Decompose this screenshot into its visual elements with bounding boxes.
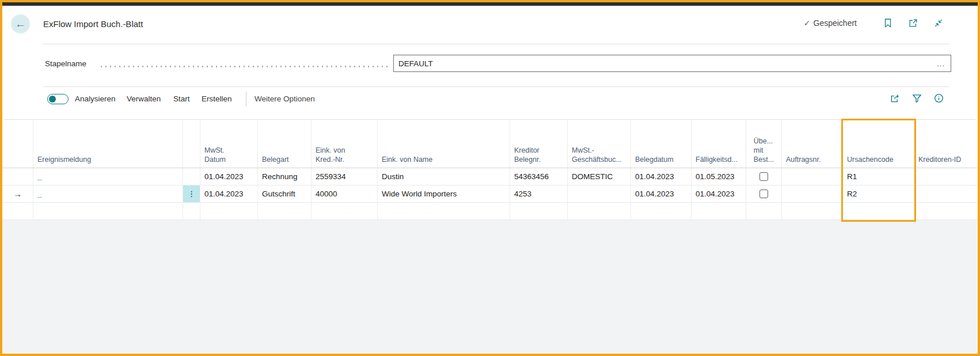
cell-ueb-mit-best [746, 185, 782, 202]
header-eink-von-name[interactable]: Eink. von Name [378, 120, 510, 168]
dotted-leader [99, 66, 389, 67]
cell-mwst-datum[interactable] [200, 203, 258, 219]
bookmark-icon[interactable] [882, 17, 894, 29]
cell-kreditor-belegnr[interactable]: 4253 [510, 185, 568, 202]
browser-top-strip [2, 2, 978, 6]
header-row-menu [183, 120, 200, 168]
header-ereignismeldung[interactable]: Ereignismeldung [33, 120, 183, 168]
row-selector-cell[interactable] [2, 203, 33, 219]
cell-mwst-geschaeftsbuc[interactable] [568, 185, 631, 202]
header-mwst-datum[interactable]: MwSt. Datum [200, 120, 258, 168]
check-icon: ✓ [804, 18, 811, 28]
toolbar-item-more-options[interactable]: Weitere Optionen [255, 94, 315, 103]
table-header-row: Ereignismeldung MwSt. Datum Belegart Ein… [2, 120, 978, 168]
header-ueb-mit-best[interactable]: Übe... mit Best... [746, 120, 782, 168]
header-kreditor-belegnr[interactable]: Kreditor Belegnr. [510, 120, 568, 168]
saved-status: ✓ Gespeichert [804, 18, 857, 28]
header-divider [43, 44, 949, 44]
header-belegdatum[interactable]: Belegdatum [631, 120, 692, 168]
toolbar-separator [246, 92, 246, 107]
analyze-toggle[interactable] [47, 94, 69, 104]
header-faelligkeitsd[interactable]: Fälligkeitsd... [692, 120, 746, 168]
cell-eink-von-name[interactable] [378, 203, 510, 219]
share-icon[interactable] [889, 92, 901, 104]
row-selector-cell[interactable] [2, 168, 33, 185]
filter-icon[interactable] [911, 92, 922, 104]
table-row-empty [2, 203, 978, 220]
cell-belegdatum[interactable]: 01.04.2023 [631, 185, 692, 202]
toolbar-divider [43, 86, 949, 87]
batch-name-value: DEFAULT [398, 59, 937, 68]
cell-belegdatum[interactable]: 01.04.2023 [631, 168, 692, 185]
cell-ueb-mit-best [746, 168, 782, 185]
current-row-pointer-icon: → [13, 189, 22, 199]
lookup-ellipsis-button[interactable]: ... [937, 59, 945, 68]
cell-ursachencode[interactable] [843, 203, 914, 219]
event-message-link[interactable]: _ [37, 190, 42, 198]
cell-eink-von-kred-nr[interactable] [312, 203, 378, 219]
row-context-menu-button[interactable]: ⋮ [183, 185, 200, 202]
cell-kreditor-belegnr[interactable] [510, 203, 568, 219]
row-selector-cell[interactable]: → [2, 185, 33, 202]
cell-ereignismeldung[interactable]: _ [33, 168, 183, 185]
ueb-mit-best-checkbox[interactable] [759, 172, 768, 181]
cell-eink-von-kred-nr[interactable]: 2559334 [312, 168, 378, 185]
toolbar-item-erstellen[interactable]: Erstellen [202, 94, 232, 103]
toolbar-item-analysieren[interactable]: Analysieren [75, 94, 116, 103]
cell-belegart[interactable]: Rechnung [258, 168, 312, 185]
table-row: _ 01.04.2023 Rechnung 2559334 Dustin 543… [2, 168, 978, 185]
cell-mwst-datum[interactable]: 01.04.2023 [200, 185, 258, 202]
toggle-knob [49, 96, 56, 103]
table-row-selected: → _ ⋮ 01.04.2023 Gutschrift 40000 Wide W… [2, 185, 978, 203]
cell-mwst-geschaeftsbuc[interactable] [568, 203, 631, 219]
cell-mwst-datum[interactable]: 01.04.2023 [200, 168, 258, 185]
ueb-mit-best-checkbox[interactable] [759, 190, 768, 198]
cell-ursachencode[interactable]: R1 [843, 168, 914, 185]
saved-label: Gespeichert [814, 18, 857, 28]
header-mwst-geschaeftsbuc[interactable]: MwSt.- Geschäftsbuc... [568, 120, 631, 168]
open-in-new-window-icon[interactable] [907, 17, 919, 29]
header-actions: ✓ Gespeichert [804, 17, 944, 29]
header-auftragsnr[interactable]: Auftragsnr. [782, 120, 843, 168]
page-title: ExFlow Import Buch.-Blatt [43, 19, 143, 29]
event-message-link[interactable]: _ [37, 172, 42, 181]
info-icon[interactable] [933, 92, 944, 104]
cell-belegart[interactable] [258, 203, 312, 219]
journal-table: Ereignismeldung MwSt. Datum Belegart Ein… [2, 120, 978, 220]
cell-ueb-mit-best[interactable] [746, 203, 782, 219]
header-kreditoren-id[interactable]: Kreditoren-ID [914, 120, 975, 168]
cell-ereignismeldung[interactable]: _ [33, 185, 183, 202]
row-menu-cell[interactable] [183, 168, 200, 185]
cell-faelligkeitsd[interactable] [692, 203, 746, 219]
cell-eink-von-name[interactable]: Wide World Importers [378, 185, 510, 202]
table-action-icons [889, 92, 944, 104]
cell-belegdatum[interactable] [631, 203, 692, 219]
toolbar-item-verwalten[interactable]: Verwalten [127, 94, 161, 103]
cell-auftragsnr[interactable] [782, 185, 843, 202]
cell-ereignismeldung[interactable] [33, 203, 183, 219]
header-belegart[interactable]: Belegart [258, 120, 312, 168]
cell-kreditoren-id[interactable] [914, 168, 975, 185]
cell-auftragsnr[interactable] [782, 168, 843, 185]
row-menu-cell[interactable] [183, 203, 200, 219]
cell-faelligkeitsd[interactable]: 01.04.2023 [692, 185, 746, 202]
header-row-selector [2, 120, 33, 168]
header-eink-von-kred-nr[interactable]: Eink. von Kred.-Nr. [312, 120, 378, 168]
collapse-icon[interactable] [933, 17, 944, 29]
cell-kreditor-belegnr[interactable]: 54363456 [510, 168, 568, 185]
vertical-dots-icon: ⋮ [188, 190, 195, 198]
batch-name-input[interactable]: DEFAULT ... [393, 55, 951, 72]
cell-kreditoren-id[interactable] [914, 203, 975, 219]
cell-kreditoren-id[interactable] [914, 185, 975, 202]
cell-belegart[interactable]: Gutschrift [258, 185, 312, 202]
cell-ursachencode[interactable]: R2 [843, 185, 914, 202]
empty-content-area [2, 220, 978, 354]
toolbar-item-start[interactable]: Start [173, 94, 190, 103]
cell-auftragsnr[interactable] [782, 203, 843, 219]
cell-faelligkeitsd[interactable]: 01.05.2023 [692, 168, 746, 185]
back-button[interactable]: ← [11, 14, 30, 33]
cell-mwst-geschaeftsbuc[interactable]: DOMESTIC [568, 168, 631, 185]
header-ursachencode[interactable]: Ursachencode [843, 120, 914, 168]
cell-eink-von-kred-nr[interactable]: 40000 [312, 185, 378, 202]
cell-eink-von-name[interactable]: Dustin [378, 168, 510, 185]
